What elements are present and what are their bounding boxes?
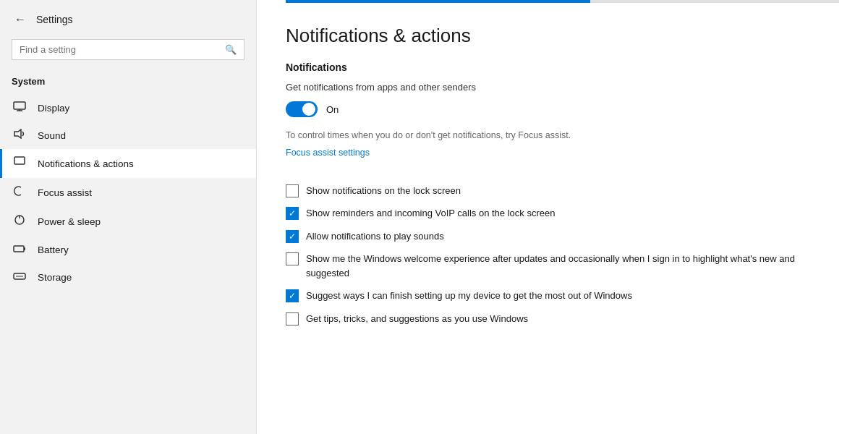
- svg-rect-4: [14, 157, 25, 164]
- sidebar-item-focus-assist[interactable]: Focus assist: [0, 178, 256, 207]
- search-box[interactable]: 🔍: [12, 39, 244, 60]
- section-title: Notifications: [286, 61, 839, 73]
- battery-icon: [12, 243, 27, 256]
- notifications-description: Get notifications from apps and other se…: [286, 82, 839, 93]
- sidebar-item-notifications[interactable]: Notifications & actions: [0, 149, 256, 178]
- svg-rect-8: [24, 247, 25, 250]
- checkbox-label-sounds: Allow notifications to play sounds: [306, 229, 444, 244]
- search-input[interactable]: [20, 44, 219, 55]
- settings-title: Settings: [36, 14, 73, 25]
- toggle-row: On: [286, 101, 839, 117]
- focus-assist-link[interactable]: Focus assist settings: [286, 148, 370, 158]
- sidebar-item-label-battery: Battery: [38, 244, 69, 255]
- checkbox-label-tips: Get tips, tricks, and suggestions as you…: [306, 312, 528, 326]
- notifications-icon: [12, 156, 27, 171]
- sidebar-header: ← Settings: [0, 0, 256, 39]
- sidebar-item-label-notifications: Notifications & actions: [38, 158, 134, 169]
- system-label: System: [0, 72, 256, 94]
- sidebar-item-battery[interactable]: Battery: [0, 236, 256, 263]
- checkbox-row-tips: Get tips, tricks, and suggestions as you…: [286, 312, 839, 326]
- checkbox-label-setup: Suggest ways I can finish setting up my …: [306, 289, 632, 303]
- svg-rect-0: [14, 102, 25, 109]
- focus-assist-icon: [12, 185, 27, 200]
- checkbox-row-lock-screen: Show notifications on the lock screen: [286, 184, 839, 198]
- checkbox-row-welcome: Show me the Windows welcome experience a…: [286, 252, 839, 280]
- main-content: Notifications & actions Notifications Ge…: [257, 0, 868, 434]
- storage-icon: [12, 271, 27, 284]
- checkbox-row-voip: Show reminders and incoming VoIP calls o…: [286, 206, 839, 221]
- sidebar: ← Settings 🔍 System DisplaySoundNotifica…: [0, 0, 257, 434]
- sidebar-item-sound[interactable]: Sound: [0, 122, 256, 149]
- checkbox-welcome[interactable]: [286, 252, 299, 265]
- svg-rect-7: [14, 246, 24, 252]
- sidebar-item-label-storage: Storage: [38, 272, 72, 283]
- back-button[interactable]: ←: [12, 10, 29, 29]
- progress-bar-fill: [286, 0, 590, 3]
- sidebar-item-label-display: Display: [38, 103, 69, 114]
- checkbox-list: Show notifications on the lock screenSho…: [286, 184, 839, 326]
- nav-list: DisplaySoundNotifications & actionsFocus…: [0, 94, 256, 291]
- sidebar-item-display[interactable]: Display: [0, 94, 256, 122]
- sidebar-item-storage[interactable]: Storage: [0, 263, 256, 291]
- toggle-label: On: [326, 104, 339, 115]
- sidebar-item-label-power-sleep: Power & sleep: [38, 216, 101, 227]
- checkbox-tips[interactable]: [286, 312, 299, 326]
- search-icon: 🔍: [225, 44, 237, 55]
- toggle-knob: [302, 103, 315, 116]
- checkbox-label-welcome: Show me the Windows welcome experience a…: [306, 252, 839, 280]
- power-sleep-icon: [12, 214, 27, 229]
- sound-icon: [12, 129, 27, 142]
- checkbox-label-lock-screen: Show notifications on the lock screen: [306, 184, 461, 198]
- checkbox-sounds[interactable]: [286, 230, 299, 243]
- checkbox-label-voip: Show reminders and incoming VoIP calls o…: [306, 206, 555, 221]
- display-icon: [12, 101, 27, 114]
- progress-bar-area: [286, 0, 839, 3]
- sidebar-item-label-focus-assist: Focus assist: [38, 187, 92, 198]
- svg-marker-3: [14, 129, 21, 138]
- checkbox-row-sounds: Allow notifications to play sounds: [286, 229, 839, 244]
- checkbox-voip[interactable]: [286, 207, 299, 220]
- checkbox-row-setup: Suggest ways I can finish setting up my …: [286, 289, 839, 303]
- checkbox-lock-screen[interactable]: [286, 184, 299, 197]
- sidebar-item-power-sleep[interactable]: Power & sleep: [0, 207, 256, 236]
- notifications-toggle[interactable]: [286, 101, 318, 117]
- helper-text: To control times when you do or don't ge…: [286, 129, 839, 142]
- checkbox-setup[interactable]: [286, 289, 299, 302]
- page-title: Notifications & actions: [286, 25, 839, 47]
- sidebar-item-label-sound: Sound: [38, 130, 66, 141]
